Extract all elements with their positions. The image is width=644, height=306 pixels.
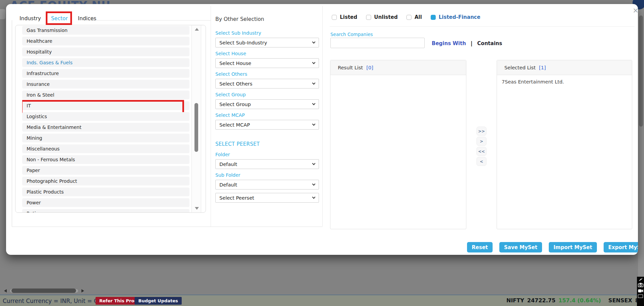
panel-border: [87, 20, 211, 21]
action-button[interactable]: Save MySet: [499, 242, 542, 252]
sector-list-item[interactable]: Gas Transmission: [22, 26, 189, 35]
sector-list-scrollbar[interactable]: [191, 25, 201, 212]
sector-list-item[interactable]: Media & Entertainment: [22, 123, 189, 132]
other-selection-heading: By Other Selection: [215, 16, 319, 22]
select-dropdown[interactable]: Select Group: [215, 99, 319, 109]
chevron-down-icon: [312, 196, 316, 199]
panel-border: [12, 20, 12, 227]
checkbox-icon[interactable]: [332, 15, 337, 20]
select-label: Select MCAP: [215, 112, 319, 118]
sector-list-item[interactable]: Infrastructure: [22, 69, 189, 78]
sector-list-item[interactable]: IT: [22, 101, 189, 110]
sector-list-item[interactable]: Mining: [22, 134, 189, 142]
chevron-down-icon: [312, 61, 316, 64]
status-bar: Current Currency = INR, Unit = Crores Re…: [0, 295, 644, 306]
sector-list-item[interactable]: Hospitality: [22, 47, 189, 56]
scroll-right-icon[interactable]: [81, 289, 84, 293]
tab[interactable]: Indices: [77, 15, 98, 22]
chevron-down-icon: [312, 123, 316, 126]
select-dropdown[interactable]: Select Others: [215, 79, 319, 89]
sector-list-item[interactable]: Photographic Product: [22, 177, 189, 185]
sector-list: Gas TransmissionHealthcareHospitalityInd…: [22, 26, 189, 213]
select-label: Sub Folder: [215, 172, 319, 178]
sector-list-item[interactable]: Non - Ferrous Metals: [22, 155, 189, 164]
transfer-button[interactable]: <: [476, 157, 487, 166]
search-companies-input[interactable]: [330, 38, 425, 48]
sector-list-item[interactable]: Ratings: [22, 209, 189, 213]
sector-list-item[interactable]: Insurance: [22, 80, 189, 89]
filters-divider: [330, 26, 635, 27]
result-list-header: Result List [0]: [330, 60, 466, 75]
sector-list-item[interactable]: Plastic Products: [22, 188, 189, 196]
panel-divider: [211, 6, 211, 227]
tab[interactable]: Sector: [50, 15, 69, 22]
background-horizontal-scrollbar[interactable]: [3, 288, 85, 294]
listing-filter-option[interactable]: Unlisted: [366, 14, 398, 20]
select-dropdown[interactable]: Select Sub-Industry: [215, 38, 319, 47]
selected-list-panel: Selected List [1] 7Seas Entertainment Lt…: [497, 60, 632, 229]
sector-list-item[interactable]: Power: [22, 198, 189, 207]
select-group: Folder Default: [215, 152, 319, 169]
contains-option[interactable]: Contains: [477, 40, 502, 46]
transfer-button[interactable]: <<: [476, 147, 487, 156]
panel-border: [12, 227, 322, 227]
company-item[interactable]: 7Seas Entertainment Ltd.: [497, 75, 632, 89]
scroll-down-icon[interactable]: [195, 207, 199, 210]
camera-icon[interactable]: [638, 283, 643, 287]
scroll-up-icon[interactable]: [195, 28, 199, 31]
select-dropdown[interactable]: Default: [215, 159, 319, 169]
panel-divider: [322, 6, 323, 227]
checkbox-icon[interactable]: [431, 15, 436, 20]
sector-list-item[interactable]: Inds. Gases & Fuels: [22, 58, 189, 67]
checkbox-icon[interactable]: [406, 15, 412, 20]
chevron-down-icon: [312, 162, 316, 165]
scroll-left-icon[interactable]: [4, 289, 7, 293]
sector-list-item[interactable]: Miscellaneous: [22, 144, 189, 153]
action-button[interactable]: Export MySet: [604, 242, 638, 252]
tab[interactable]: Industry: [18, 15, 42, 22]
other-selection-groups: Select Sub Industry Select Sub-Industry …: [215, 30, 319, 130]
result-list-panel: Result List [0]: [330, 60, 466, 229]
selected-list-count: [1]: [539, 65, 546, 70]
capture-extra-icon[interactable]: [638, 295, 643, 298]
checkbox-icon[interactable]: [366, 15, 371, 20]
background-panel-fragment: [0, 9, 5, 19]
transfer-button[interactable]: >: [476, 137, 487, 146]
chevron-down-icon: [312, 182, 316, 186]
peerset-groups: Folder Default Sub Folder Default: [215, 152, 319, 203]
listing-filter-option[interactable]: All: [406, 14, 422, 20]
sector-list-item[interactable]: Healthcare: [22, 37, 189, 45]
listing-filter-option[interactable]: Listed-Finance: [431, 14, 480, 20]
sensex-label: SENSEX: [608, 297, 632, 304]
transfer-buttons: >>><<<: [476, 127, 487, 166]
close-icon[interactable]: ×: [631, 6, 638, 15]
select-dropdown[interactable]: Select Peerset: [215, 193, 319, 203]
sector-scrollbar-thumb[interactable]: [194, 103, 198, 152]
video-icon[interactable]: [638, 289, 643, 293]
transfer-button[interactable]: >>: [476, 127, 487, 136]
horizontal-scrollbar-thumb[interactable]: [11, 288, 76, 293]
action-button[interactable]: Import MySet: [549, 242, 597, 252]
begins-with-option[interactable]: Begins With: [432, 40, 466, 46]
selection-dialog: × IndustrySectorIndices Gas Transmission…: [6, 4, 638, 255]
action-button[interactable]: Reset: [467, 242, 493, 252]
page-vertical-scrollbar[interactable]: [638, 0, 644, 306]
capture-toolbar: [637, 277, 644, 306]
select-dropdown[interactable]: Select MCAP: [215, 120, 319, 130]
budget-updates-button[interactable]: Budget Updates: [135, 297, 182, 305]
select-dropdown[interactable]: Select House: [215, 58, 319, 68]
select-label: Select Others: [215, 71, 319, 77]
listing-filter-option[interactable]: Listed: [332, 14, 357, 20]
action-buttons: ResetSave MySetImport MySetExport MySet: [467, 242, 638, 252]
select-group: Select Peerset: [215, 193, 319, 203]
selected-list-items: 7Seas Entertainment Ltd.: [497, 75, 632, 89]
select-dropdown[interactable]: Default: [215, 180, 319, 190]
sector-list-item[interactable]: Logistics: [22, 112, 189, 121]
chevron-down-icon: [312, 102, 316, 105]
sector-list-item[interactable]: Iron & Steel: [22, 91, 189, 99]
sector-list-item[interactable]: Paper: [22, 166, 189, 175]
page-vertical-scrollbar-thumb[interactable]: [639, 15, 643, 127]
pen-icon[interactable]: [638, 278, 643, 281]
result-list-title: Result List: [338, 65, 363, 70]
chevron-down-icon: [312, 81, 316, 85]
